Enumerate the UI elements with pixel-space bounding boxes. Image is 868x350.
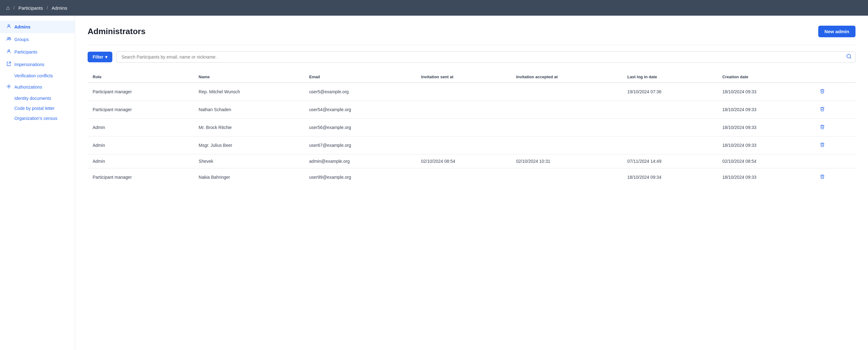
cell-4-row-3 — [511, 137, 622, 154]
sidebar-item-impersonations[interactable]: Impersonations — [0, 58, 75, 71]
table-row: AdminMr. Brock Ritchieuser56@example.org… — [88, 119, 856, 137]
cell-5-row-3 — [622, 137, 717, 154]
delete-button[interactable] — [817, 173, 827, 181]
table-row: Participant managerNathan Schadenuser54@… — [88, 101, 856, 119]
participants-icon — [6, 49, 11, 55]
cell-3-row-3 — [416, 137, 511, 154]
header-divider — [88, 45, 856, 45]
cell-2-row-5: user99@example.org — [304, 169, 416, 186]
search-icon — [846, 54, 852, 60]
cell-5-row-4: 07/11/2024 14:49 — [622, 154, 717, 169]
col-email: Email — [304, 71, 416, 83]
sidebar-groups-label: Groups — [14, 37, 29, 42]
cell-1-row-2: Mr. Brock Ritchie — [194, 119, 304, 137]
sidebar-verification-label: Verification conflicts — [14, 73, 53, 78]
table-row: Participant managerNakia Bahringeruser99… — [88, 169, 856, 186]
svg-point-0 — [8, 25, 9, 26]
sidebar-item-participants[interactable]: Participants — [0, 46, 75, 58]
main-content: Administrators New admin Filter ▾ — [75, 16, 868, 350]
user-icon — [6, 24, 11, 30]
breadcrumb-sep-1: / — [13, 5, 15, 10]
groups-icon — [6, 36, 11, 42]
sidebar: Admins Groups Participants Impersonation… — [0, 16, 75, 350]
sidebar-item-code-by-postal-letter[interactable]: Code by postal letter — [0, 103, 75, 113]
col-name: Name — [194, 71, 304, 83]
sidebar-admins-label: Admins — [14, 24, 30, 29]
cell-0-row-5: Participant manager — [88, 169, 194, 186]
col-invitation-accepted: Invitation accepted at — [511, 71, 622, 83]
action-cell-row-0 — [812, 83, 856, 101]
cell-6-row-1: 18/10/2024 09:33 — [717, 101, 812, 119]
col-actions — [812, 71, 856, 83]
page-header: Administrators New admin — [88, 26, 856, 37]
cell-1-row-0: Rep. Mitchel Wunsch — [194, 83, 304, 101]
filter-label: Filter — [93, 55, 103, 59]
cell-3-row-5 — [416, 169, 511, 186]
cell-4-row-1 — [511, 101, 622, 119]
breadcrumb-sep-2: / — [46, 5, 48, 10]
authorizations-icon — [6, 84, 11, 90]
cell-6-row-0: 18/10/2024 09:33 — [717, 83, 812, 101]
col-role: Role — [88, 71, 194, 83]
cell-6-row-4: 02/10/2024 08:54 — [717, 154, 812, 169]
admins-table: Role Name Email Invitation sent at Invit… — [88, 71, 856, 186]
svg-point-4 — [8, 86, 9, 87]
cell-0-row-1: Participant manager — [88, 101, 194, 119]
action-cell-row-4 — [812, 154, 856, 169]
col-invitation-sent: Invitation sent at — [416, 71, 511, 83]
sidebar-impersonations-label: Impersonations — [14, 62, 44, 67]
breadcrumb-admins[interactable]: Admins — [52, 5, 67, 11]
sidebar-item-admins[interactable]: Admins — [0, 21, 75, 33]
svg-point-1 — [7, 37, 9, 38]
cell-0-row-2: Admin — [88, 119, 194, 137]
cell-1-row-4: Shevek — [194, 154, 304, 169]
search-input[interactable] — [116, 51, 856, 63]
search-button[interactable] — [846, 54, 852, 61]
new-admin-button[interactable]: New admin — [818, 26, 856, 37]
cell-6-row-3: 18/10/2024 09:33 — [717, 137, 812, 154]
cell-0-row-4: Admin — [88, 154, 194, 169]
svg-point-3 — [8, 50, 9, 51]
delete-button[interactable] — [817, 123, 827, 132]
sidebar-identity-label: Identity documents — [14, 96, 51, 101]
filter-button[interactable]: Filter ▾ — [88, 52, 112, 62]
sidebar-item-groups[interactable]: Groups — [0, 33, 75, 46]
sidebar-item-organizations-census[interactable]: Organization's census — [0, 113, 75, 123]
table-row: Participant managerRep. Mitchel Wunschus… — [88, 83, 856, 101]
cell-4-row-0 — [511, 83, 622, 101]
cell-5-row-1 — [622, 101, 717, 119]
col-creation: Creation date — [717, 71, 812, 83]
cell-2-row-4: admin@example.org — [304, 154, 416, 169]
delete-button[interactable] — [817, 141, 827, 150]
cell-5-row-0: 19/10/2024 07:36 — [622, 83, 717, 101]
cell-2-row-1: user54@example.org — [304, 101, 416, 119]
table-header: Role Name Email Invitation sent at Invit… — [88, 71, 856, 83]
filter-bar: Filter ▾ — [88, 51, 856, 63]
cell-6-row-2: 18/10/2024 09:33 — [717, 119, 812, 137]
home-icon[interactable]: ⌂ — [6, 5, 10, 11]
delete-button[interactable] — [817, 105, 827, 114]
action-cell-row-2 — [812, 119, 856, 137]
cell-3-row-4: 02/10/2024 08:54 — [416, 154, 511, 169]
cell-3-row-1 — [416, 101, 511, 119]
sidebar-census-label: Organization's census — [14, 116, 57, 121]
sidebar-item-authorizations[interactable]: Authorizations — [0, 81, 75, 93]
page-title: Administrators — [88, 27, 146, 36]
search-wrapper — [116, 51, 856, 63]
cell-2-row-0: user5@example.org — [304, 83, 416, 101]
cell-2-row-3: user67@example.org — [304, 137, 416, 154]
table-row: AdminMsgr. Julius Beeruser67@example.org… — [88, 137, 856, 154]
table-row: AdminShevekadmin@example.org02/10/2024 0… — [88, 154, 856, 169]
cell-0-row-3: Admin — [88, 137, 194, 154]
sidebar-postal-label: Code by postal letter — [14, 106, 55, 111]
cell-4-row-4: 02/10/2024 10:31 — [511, 154, 622, 169]
impersonations-icon — [6, 61, 11, 68]
sidebar-participants-label: Participants — [14, 50, 37, 55]
sidebar-item-verification-conflicts[interactable]: Verification conflicts — [0, 71, 75, 81]
delete-button[interactable] — [817, 87, 827, 96]
sidebar-item-identity-documents[interactable]: Identity documents — [0, 93, 75, 103]
action-cell-row-5 — [812, 169, 856, 186]
cell-2-row-2: user56@example.org — [304, 119, 416, 137]
action-cell-row-1 — [812, 101, 856, 119]
breadcrumb-participants[interactable]: Participants — [19, 5, 43, 11]
